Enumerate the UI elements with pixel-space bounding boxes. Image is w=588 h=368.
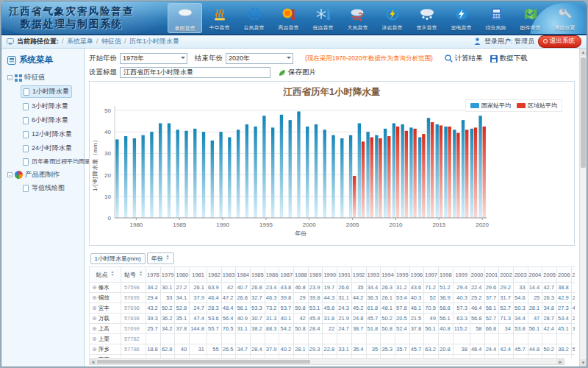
precip-value-cell: 31.2	[395, 283, 409, 293]
legend-item-regional[interactable]: 区域站平均	[517, 102, 557, 110]
svg-text:30: 30	[104, 150, 111, 157]
table-row[interactable]: ⊕修水5759834.230.127.226.163.94240.726.823…	[90, 283, 576, 293]
precip-value-cell: 26.3	[381, 283, 395, 293]
collapse-icon[interactable]: -	[7, 172, 12, 177]
table-row[interactable]: ⊕上栗57782	[90, 334, 576, 344]
precip-value-cell: 36.9	[438, 293, 453, 303]
save-disk-icon	[490, 55, 498, 63]
precip-value-cell: 47.4	[190, 314, 207, 324]
toolbar-item-hail[interactable]: 冰雹普查	[375, 3, 409, 33]
scroll-right-arrow[interactable]: ►	[557, 359, 564, 364]
toolbar-item-rainstorm[interactable]: 暴雨普查	[168, 3, 202, 33]
precip-value-cell: 43.2	[146, 303, 161, 314]
toolbar-item-snow[interactable]: 雪灾普查	[409, 3, 444, 33]
table-row[interactable]: ⊕上高5769925.734.237.8144.855.776.531.138.…	[90, 324, 576, 334]
sidebar-item-isoline-map[interactable]: 等值线绘图	[21, 183, 67, 194]
year-sort-control[interactable]: 年份	[147, 252, 174, 264]
station-column-header[interactable]: 站点	[90, 267, 121, 283]
precip-value-cell: 27.3	[556, 303, 571, 314]
expand-row-icon[interactable]: ⊕	[92, 346, 97, 353]
toolbar-item-gale[interactable]: 大风普查	[340, 3, 375, 33]
scroll-left-arrow[interactable]: ◄	[90, 359, 96, 364]
expand-row-icon[interactable]: ⊕	[92, 294, 97, 301]
sort-icon	[110, 270, 114, 276]
precip-value-cell: 61.8	[366, 303, 381, 314]
scroll-down-arrow[interactable]: ▼	[580, 359, 587, 367]
precip-value-cell: 56.1	[438, 314, 453, 324]
precip-value-cell: 31.1	[236, 324, 251, 334]
chart-title-input[interactable]: 江西省历年1小时降水量	[120, 67, 270, 78]
toolbar-item-drought[interactable]: 干旱普查	[202, 3, 237, 33]
precip-value-cell: 50.2	[160, 303, 175, 314]
precip-value-cell: 38.2	[556, 344, 571, 355]
svg-text:1980: 1980	[130, 222, 143, 228]
year-column-header: 1985	[251, 267, 265, 283]
end-year-select[interactable]: 2020年	[226, 53, 293, 64]
sidebar-item-1h-precip[interactable]: 1小时降水量	[21, 85, 72, 98]
expand-row-icon[interactable]: ⊕	[92, 284, 97, 291]
toolbar-item-lightning[interactable]: 雷电普查	[444, 3, 478, 33]
toolbar-item-high-temp[interactable]: 高温普查	[271, 3, 306, 33]
sidebar-item-storm-process-avg[interactable]: 历年暴雨过程平均雨量	[21, 157, 93, 166]
document-icon	[24, 88, 29, 96]
legend-item-national[interactable]: 国家站平均	[470, 102, 511, 110]
precip-value-cell: 40.3	[453, 293, 470, 303]
precip-value-cell: 28.7	[542, 314, 557, 324]
breadcrumb-segment[interactable]: 历年1小时降水量	[124, 37, 179, 46]
toolbar-item-typhoon[interactable]: 台风普查	[237, 3, 271, 33]
precip-value-cell: 24.6	[351, 355, 366, 358]
toolbar-item-label: 系统设置	[555, 24, 576, 32]
toolbar-item-map-review[interactable]: 图件审查	[513, 3, 548, 33]
start-year-select[interactable]: 1978年	[120, 53, 187, 64]
station-id-column-header[interactable]: 站号	[121, 267, 146, 283]
svg-text:2010: 2010	[390, 222, 403, 228]
precip-value-cell: 50.2	[381, 314, 395, 324]
precip-value-cell: 34.7	[236, 344, 251, 355]
precip-value-cell	[294, 334, 309, 344]
breadcrumb-segment[interactable]: 特征值	[96, 37, 121, 46]
table-row[interactable]: ⊕铜鼓5769529.45334.137.946.447.226.832.746…	[90, 293, 576, 303]
vertical-scrollbar[interactable]: ▲ ▼	[579, 49, 587, 367]
chart-title-label: 设置标题	[89, 68, 117, 77]
logout-button[interactable]: 退出系统	[538, 35, 581, 48]
horizontal-scrollbar[interactable]: ◄ ►	[89, 358, 564, 365]
year-column-header: 1989	[308, 267, 323, 283]
collapse-icon[interactable]: -	[7, 75, 12, 80]
save-image-button[interactable]: 保存图片	[278, 68, 316, 77]
scrollbar-thumb[interactable]	[581, 57, 586, 168]
calculate-button[interactable]: 计算结果	[445, 54, 483, 63]
scrollbar-thumb[interactable]	[97, 360, 310, 364]
sidebar-item-12h-precip[interactable]: 12小时降水量	[21, 129, 74, 140]
table-row[interactable]: ⊕宜丰5769643.250.252.824.728.348.456.153.3…	[90, 303, 576, 314]
precip-value-cell: 56.1	[424, 324, 439, 334]
expand-row-icon[interactable]: ⊕	[92, 315, 97, 322]
lightning-icon	[450, 4, 473, 24]
table-row[interactable]: ⊕万载5769839.336.235.147.453.656.440.930.7…	[90, 314, 576, 324]
expand-row-icon[interactable]: ⊕	[92, 336, 97, 342]
expand-row-icon[interactable]: ⊕	[92, 356, 97, 358]
table-row[interactable]: ⊕莲花5778922.636.236.937.148.541.923.630.2…	[90, 355, 576, 358]
sidebar-group-feature-values[interactable]: - 特征值	[7, 73, 84, 82]
sidebar-item-3h-precip[interactable]: 3小时降水量	[21, 101, 71, 112]
table-row[interactable]: ⊕萍乡5778618.862.840315526.534.728.437.940…	[90, 344, 576, 355]
precip-value-cell: 24.7	[337, 324, 352, 334]
precip-value-cell: 30.2	[251, 355, 265, 358]
expand-row-icon[interactable]: ⊕	[92, 325, 97, 332]
download-button[interactable]: 数据下载	[490, 54, 528, 63]
toolbar-item-settings[interactable]: 系统设置	[548, 3, 582, 33]
precip-value-cell: 31.3	[265, 314, 279, 324]
toolbar-item-composite-risk[interactable]: 综合风险	[478, 3, 513, 33]
toolbar-item-low-temp[interactable]: 低温普查	[306, 3, 340, 33]
precip-value-cell: 40.1	[279, 314, 294, 324]
scroll-up-arrow[interactable]: ▲	[580, 49, 587, 56]
sidebar-group-product-maps[interactable]: - 产品图制作	[7, 170, 84, 180]
sidebar-item-6h-precip[interactable]: 6小时降水量	[21, 115, 71, 126]
precip-value-cell: 26.9	[279, 355, 294, 358]
sidebar-item-24h-precip[interactable]: 24小时降水量	[21, 143, 74, 154]
precip-value-cell: 58.1	[484, 303, 499, 314]
breadcrumb-segment[interactable]: 系统菜单	[62, 37, 93, 46]
precip-value-cell: 32.8	[571, 324, 575, 334]
expand-row-icon[interactable]: ⊕	[92, 305, 97, 311]
range-note: (现在采用1978-2020年数据作为查询分析范围)	[305, 54, 433, 63]
precip-value-cell: 46.4	[470, 303, 484, 314]
